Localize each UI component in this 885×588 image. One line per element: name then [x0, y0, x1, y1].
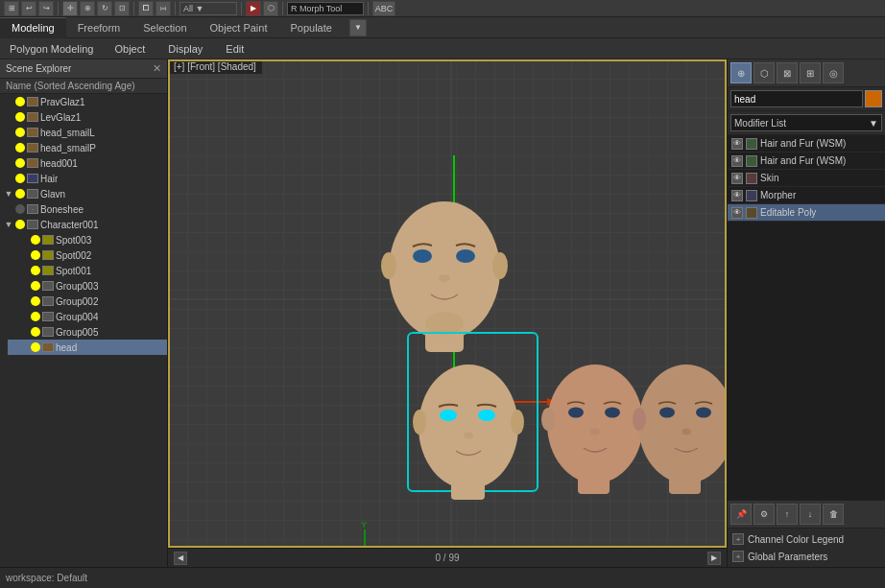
list-item[interactable]: head_smailP — [0, 140, 167, 155]
visibility-icon[interactable] — [15, 220, 25, 229]
menu-object[interactable]: Object — [107, 41, 153, 57]
toolbar-icon-3[interactable]: ↪ — [38, 1, 54, 16]
channel-expand-icon-2[interactable]: + — [732, 551, 744, 562]
visibility-icon[interactable] — [15, 97, 25, 106]
list-item[interactable]: ▼ Glavn — [0, 186, 167, 201]
modifier-label: Editable Poly — [760, 207, 881, 218]
modifier-up-button[interactable]: ↑ — [777, 504, 798, 525]
modifier-item-editable-poly[interactable]: 👁 Editable Poly — [728, 204, 885, 222]
list-item[interactable]: LevGlaz1 — [0, 109, 167, 125]
object-icon — [27, 143, 38, 153]
mod-visibility-icon[interactable]: 👁 — [731, 190, 743, 201]
visibility-icon[interactable] — [15, 174, 25, 183]
second-menu-bar: Polygon Modeling Object Display Edit — [0, 38, 885, 59]
visibility-icon[interactable] — [15, 143, 25, 153]
visibility-icon[interactable] — [15, 158, 25, 168]
visibility-icon[interactable] — [31, 266, 40, 275]
modifier-item[interactable]: 👁 Skin — [728, 170, 885, 187]
expand-icon — [19, 342, 29, 352]
modifier-item[interactable]: 👁 Morpher — [728, 187, 885, 204]
modifier-list-dropdown[interactable]: Modifier List ▼ — [730, 114, 882, 131]
list-item[interactable]: PravGlaz1 — [0, 94, 167, 109]
right-tool-btn-5[interactable]: ◎ — [823, 62, 844, 83]
visibility-icon[interactable] — [15, 112, 25, 122]
configure-modifier-button[interactable]: ⚙ — [753, 504, 775, 525]
toolbar-icon-abc[interactable]: ABC — [372, 1, 395, 16]
list-item[interactable]: Spot002 — [8, 247, 167, 263]
svg-point-32 — [682, 429, 691, 435]
modifier-stack: 👁 Hair and Fur (WSM) 👁 Hair and Fur (WSM… — [728, 135, 885, 500]
channel-color-legend-item[interactable]: + Channel Color Legend — [730, 531, 882, 547]
right-tool-btn-3[interactable]: ⊠ — [777, 62, 798, 83]
list-item[interactable]: Group002 — [8, 294, 167, 309]
toolbar-icon-move[interactable]: ⊕ — [80, 1, 95, 16]
main-area: Scene Explorer ✕ Name (Sorted Ascending … — [0, 59, 885, 567]
name-input[interactable] — [730, 90, 863, 107]
nav-prev-button[interactable]: ◀ — [174, 552, 187, 565]
tab-modeling[interactable]: Modeling — [0, 17, 66, 38]
pin-stack-button[interactable]: 📌 — [730, 504, 752, 525]
tab-freeform[interactable]: Freeform — [66, 17, 132, 38]
list-item[interactable]: Hair — [0, 171, 167, 186]
toolbar-icon-snap[interactable]: ⧠ — [138, 1, 154, 16]
name-color-button[interactable] — [865, 90, 882, 107]
modifier-down-button[interactable]: ↓ — [800, 504, 821, 525]
list-item[interactable]: Group005 — [8, 324, 167, 340]
toolbar-icon-scale[interactable]: ⊡ — [114, 1, 130, 16]
tab-extra-btn[interactable]: ▼ — [349, 19, 367, 36]
nav-next-button[interactable]: ▶ — [707, 552, 721, 565]
tab-populate[interactable]: Populate — [278, 17, 343, 38]
mod-visibility-icon[interactable]: 👁 — [731, 207, 743, 219]
list-item-head-selected[interactable]: head — [8, 340, 167, 355]
toolbar-icon-render2[interactable]: ⬡ — [263, 1, 278, 16]
close-panel-button[interactable]: ✕ — [153, 62, 161, 75]
list-item[interactable]: head001 — [0, 155, 167, 171]
visibility-icon[interactable] — [15, 128, 25, 137]
viewport[interactable]: [+] [Front] [Shaded] — [168, 59, 727, 567]
modifier-item[interactable]: 👁 Hair and Fur (WSM) — [728, 153, 885, 170]
tab-selection[interactable]: Selection — [132, 17, 198, 38]
morph-tool-field[interactable]: R Morph Tool — [287, 2, 364, 15]
modifier-item[interactable]: 👁 Hair and Fur (WSM) — [728, 135, 885, 153]
tab-object-paint[interactable]: Object Paint — [199, 17, 279, 38]
visibility-icon[interactable] — [31, 296, 40, 306]
list-item[interactable]: Group003 — [8, 278, 167, 294]
visibility-icon[interactable] — [31, 342, 40, 352]
visibility-icon[interactable] — [31, 235, 40, 245]
item-label: LevGlaz1 — [40, 112, 81, 123]
menu-display[interactable]: Display — [160, 41, 210, 57]
list-item[interactable]: ▼ Character001 — [0, 217, 167, 232]
toolbar-icon-select[interactable]: ✛ — [62, 1, 78, 16]
toolbar-icon-mirror[interactable]: ⧦ — [155, 1, 171, 16]
toolbar-icon-2[interactable]: ↩ — [21, 1, 36, 16]
list-item[interactable]: head_smailL — [0, 125, 167, 140]
visibility-icon[interactable] — [31, 281, 40, 291]
visibility-icon[interactable] — [15, 189, 25, 199]
visibility-icon[interactable] — [15, 204, 25, 214]
visibility-icon[interactable] — [31, 250, 40, 260]
modifier-label: Hair and Fur (WSM) — [760, 138, 881, 149]
visibility-icon[interactable] — [31, 327, 40, 337]
right-tool-btn-1[interactable]: ⊕ — [730, 62, 752, 83]
list-item[interactable]: · Boneshee — [0, 201, 167, 217]
right-tool-btn-4[interactable]: ⊞ — [800, 62, 821, 83]
list-item[interactable]: Spot003 — [8, 232, 167, 247]
channel-expand-icon[interactable]: + — [732, 533, 744, 545]
right-tool-btn-2[interactable]: ⬡ — [753, 62, 775, 83]
list-item[interactable]: Group004 — [8, 309, 167, 324]
visibility-icon[interactable] — [31, 312, 40, 321]
viewport-progress: 0 / 99 — [435, 553, 459, 563]
mod-visibility-icon[interactable]: 👁 — [731, 173, 743, 184]
mod-visibility-icon[interactable]: 👁 — [731, 138, 743, 150]
toolbar-icon-render[interactable]: ▶ — [246, 1, 261, 16]
select-filter[interactable]: All ▼ — [179, 2, 237, 15]
delete-modifier-button[interactable]: 🗑 — [823, 504, 844, 525]
name-field-row — [728, 87, 885, 111]
object-icon — [27, 220, 38, 229]
mod-visibility-icon[interactable]: 👁 — [731, 155, 743, 167]
menu-edit[interactable]: Edit — [218, 41, 251, 57]
list-item[interactable]: Spot001 — [8, 263, 167, 278]
toolbar-icon-rotate[interactable]: ↻ — [97, 1, 112, 16]
toolbar-icon-1[interactable]: ⊞ — [4, 1, 19, 16]
global-parameters-item[interactable]: + Global Parameters — [730, 549, 882, 564]
